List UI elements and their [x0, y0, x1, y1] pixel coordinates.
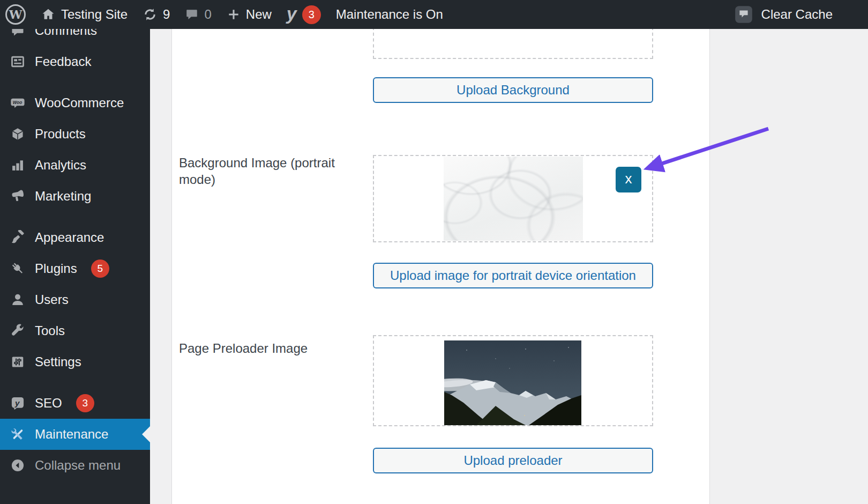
sidebar-item-label: Tools	[35, 323, 65, 338]
sidebar-item-label: Analytics	[35, 158, 86, 173]
svg-text:y: y	[14, 398, 20, 407]
sidebar-item-tools[interactable]: Tools	[0, 315, 150, 346]
sidebar-section-gap	[0, 77, 150, 87]
yoast-menu[interactable]: y 3	[279, 0, 328, 29]
sidebar-item-label: Users	[35, 292, 69, 307]
sidebar-item-feedback[interactable]: Feedback	[0, 46, 150, 77]
admin-sidebar: Comments Feedback Woo WooCommerce	[0, 29, 150, 504]
remove-portrait-image-button[interactable]: x	[616, 167, 641, 192]
comments-indicator[interactable]: 0	[177, 0, 219, 29]
appearance-icon	[10, 230, 25, 245]
sidebar-item-settings[interactable]: Settings	[0, 346, 150, 377]
settings-icon	[10, 354, 25, 369]
new-menu[interactable]: New	[219, 0, 279, 29]
comment-count: 0	[204, 7, 211, 22]
maintenance-status-label: Maintenance is On	[336, 7, 443, 22]
update-count: 9	[163, 7, 170, 22]
collapse-arrow-icon	[10, 458, 25, 473]
new-label: New	[246, 7, 272, 22]
sidebar-item-maintenance[interactable]: Maintenance	[0, 419, 150, 450]
preloader-image-dropzone	[373, 335, 653, 426]
home-icon	[41, 7, 56, 22]
sidebar-section-gap	[0, 377, 150, 388]
sidebar-item-appearance[interactable]: Appearance	[0, 222, 150, 253]
upload-background-button[interactable]: Upload Background	[373, 77, 653, 103]
sidebar-item-label: Settings	[35, 354, 81, 369]
settings-panel: Upload Background Background Image (port…	[171, 29, 710, 504]
background-image-dropzone	[373, 27, 653, 59]
clear-cache-label: Clear Cache	[761, 7, 833, 22]
plugins-count-badge: 5	[91, 260, 109, 278]
maintenance-status[interactable]: Maintenance is On	[328, 0, 451, 29]
marketing-icon	[10, 189, 25, 204]
portrait-image-dropzone: x	[373, 155, 653, 242]
seo-count-badge: 3	[76, 394, 94, 412]
sidebar-item-label: Collapse menu	[35, 458, 121, 473]
plus-icon	[227, 8, 241, 21]
sidebar-item-label: Appearance	[35, 230, 104, 245]
update-icon	[143, 7, 158, 22]
comment-bubble-icon	[185, 8, 199, 21]
admin-bar: W Testing Site 9 0 New y 3 Maintenance i…	[0, 0, 868, 29]
cache-bubble-icon	[734, 4, 754, 25]
sidebar-item-marketing[interactable]: Marketing	[0, 181, 150, 212]
sidebar-item-plugins[interactable]: Plugins 5	[0, 253, 150, 284]
sidebar-collapse-menu[interactable]: Collapse menu	[0, 450, 150, 481]
preloader-field-label: Page Preloader Image	[179, 340, 364, 357]
upload-preloader-button[interactable]: Upload preloader	[373, 448, 653, 473]
sidebar-item-label: Products	[35, 127, 86, 142]
sidebar-item-comments[interactable]: Comments	[0, 29, 150, 46]
users-icon	[10, 292, 25, 307]
sidebar-item-products[interactable]: Products	[0, 118, 150, 150]
comments-icon	[10, 29, 25, 38]
products-icon	[10, 127, 25, 142]
portrait-background-preview-image	[444, 157, 583, 241]
site-link[interactable]: Testing Site	[33, 0, 135, 29]
sidebar-item-label: Plugins	[35, 261, 77, 276]
feedback-icon	[10, 54, 25, 69]
sidebar-item-label: Marketing	[35, 189, 91, 204]
sidebar-item-label: Comments	[35, 29, 97, 38]
sidebar-item-users[interactable]: Users	[0, 284, 150, 315]
sidebar-item-analytics[interactable]: Analytics	[0, 150, 150, 181]
maintenance-icon	[10, 427, 25, 442]
woocommerce-icon: Woo	[10, 95, 25, 110]
portrait-field-label: Background Image (portrait mode)	[179, 154, 364, 188]
sidebar-item-label: WooCommerce	[35, 95, 124, 110]
yoast-notification-badge: 3	[302, 5, 321, 24]
sidebar-item-woocommerce[interactable]: Woo WooCommerce	[0, 87, 150, 118]
svg-text:Woo: Woo	[13, 100, 23, 105]
tools-icon	[10, 323, 25, 338]
site-name: Testing Site	[61, 7, 128, 22]
upload-portrait-image-button[interactable]: Upload image for portrait device orienta…	[373, 263, 653, 288]
wordpress-logo-icon: W	[5, 4, 26, 25]
clear-cache-button[interactable]: Clear Cache	[734, 4, 833, 25]
seo-yoast-icon: y	[10, 396, 25, 411]
sidebar-section-gap	[0, 212, 150, 222]
sidebar-item-label: Maintenance	[35, 427, 108, 442]
sidebar-item-label: Feedback	[35, 54, 91, 69]
plugins-icon	[10, 261, 25, 276]
yoast-icon: y	[287, 4, 297, 23]
sidebar-item-label: SEO	[35, 396, 62, 411]
updates-indicator[interactable]: 9	[135, 0, 177, 29]
preloader-preview-image	[444, 340, 581, 425]
wordpress-menu[interactable]: W	[0, 0, 33, 29]
analytics-icon	[10, 158, 25, 173]
sidebar-item-seo[interactable]: y SEO 3	[0, 388, 150, 419]
